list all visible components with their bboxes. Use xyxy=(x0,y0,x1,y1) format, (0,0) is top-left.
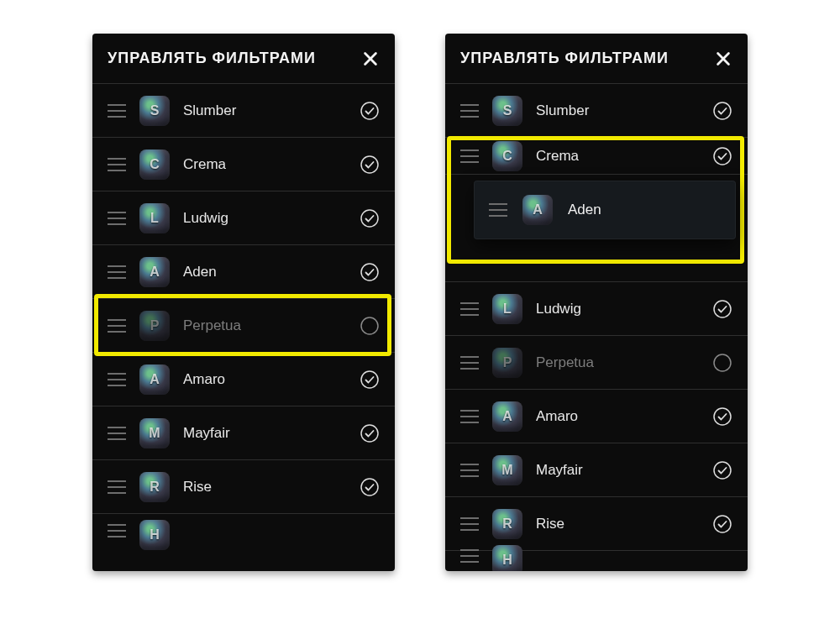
filter-label: Amaro xyxy=(183,371,360,388)
drag-handle-icon[interactable] xyxy=(460,549,479,563)
filter-thumb: R xyxy=(492,509,522,539)
list-item[interactable]: M Mayfair xyxy=(445,443,748,497)
filter-thumb: L xyxy=(492,294,522,324)
drag-handle-icon[interactable] xyxy=(108,104,126,118)
close-button[interactable] xyxy=(712,48,734,70)
list-item[interactable]: A Amaro xyxy=(92,353,395,406)
toggle-check[interactable] xyxy=(712,514,732,534)
close-icon xyxy=(714,50,732,68)
drag-handle-icon[interactable] xyxy=(460,149,479,163)
svg-point-4 xyxy=(361,317,378,334)
filter-thumb: P xyxy=(492,348,522,378)
filter-label: Crema xyxy=(183,156,360,173)
list-item[interactable]: P Perpetua xyxy=(445,336,748,390)
filter-label: Mayfair xyxy=(536,462,712,479)
filter-label: Mayfair xyxy=(183,425,360,442)
list-item[interactable]: M Mayfair xyxy=(92,406,395,460)
filter-label: Slumber xyxy=(536,102,712,119)
filter-thumb: C xyxy=(139,149,170,180)
list-item[interactable]: S Slumber xyxy=(92,84,395,138)
svg-point-11 xyxy=(714,354,731,371)
list-item[interactable]: L Ludwig xyxy=(92,191,395,245)
filter-label: Aden xyxy=(183,264,360,281)
drag-handle-icon[interactable] xyxy=(460,356,479,370)
header: УПРАВЛЯТЬ ФИЛЬТРАМИ xyxy=(445,34,748,84)
list-item[interactable]: A Amaro xyxy=(445,390,748,443)
drag-handle-icon[interactable] xyxy=(460,464,479,477)
filter-label: Ludwig xyxy=(536,301,712,317)
drag-handle-icon[interactable] xyxy=(489,203,507,217)
svg-point-9 xyxy=(714,148,731,165)
filter-thumb: A xyxy=(522,195,553,225)
svg-point-5 xyxy=(361,371,378,388)
toggle-check[interactable] xyxy=(712,101,732,121)
drag-handle-icon[interactable] xyxy=(108,480,126,494)
drag-handle-icon[interactable] xyxy=(108,373,126,386)
drag-handle-icon[interactable] xyxy=(460,302,479,316)
list-item[interactable]: C Crema xyxy=(92,138,395,191)
toggle-check[interactable] xyxy=(360,101,380,121)
filter-thumb: L xyxy=(139,203,170,233)
list-item[interactable]: S Slumber xyxy=(445,84,748,138)
drag-handle-icon[interactable] xyxy=(108,212,126,225)
filter-label: Amaro xyxy=(536,408,712,425)
filter-thumb: H xyxy=(492,545,522,571)
svg-point-6 xyxy=(361,425,378,442)
svg-point-13 xyxy=(714,462,731,479)
svg-point-0 xyxy=(361,102,378,119)
toggle-check[interactable] xyxy=(712,460,732,480)
toggle-check[interactable] xyxy=(712,406,732,427)
filter-thumb: A xyxy=(139,364,170,395)
svg-point-2 xyxy=(361,210,378,227)
drag-handle-icon[interactable] xyxy=(108,158,126,171)
toggle-check[interactable] xyxy=(360,477,380,497)
drag-handle-icon[interactable] xyxy=(460,410,479,423)
list-item[interactable]: C Crema xyxy=(445,138,748,175)
list-item[interactable]: A Aden xyxy=(92,245,395,299)
filter-label: Crema xyxy=(536,148,712,165)
drag-handle-icon[interactable] xyxy=(460,517,479,531)
toggle-check[interactable] xyxy=(360,208,380,228)
toggle-check[interactable] xyxy=(360,155,380,175)
drag-handle-icon[interactable] xyxy=(460,104,479,118)
header: УПРАВЛЯТЬ ФИЛЬТРАМИ xyxy=(92,34,395,84)
filter-thumb: A xyxy=(492,401,522,432)
filter-label: Aden xyxy=(568,202,721,218)
toggle-check[interactable] xyxy=(360,262,380,282)
svg-point-7 xyxy=(361,479,378,496)
dragging-item[interactable]: A Aden xyxy=(474,181,736,239)
filter-thumb: S xyxy=(139,96,170,126)
toggle-check[interactable] xyxy=(712,146,732,166)
filter-label: Perpetua xyxy=(536,354,712,371)
svg-point-12 xyxy=(714,408,731,425)
filter-list: S Slumber C Crema L Ludwig A Aden P Perp… xyxy=(92,84,395,571)
toggle-check[interactable] xyxy=(360,423,380,443)
list-item-cut: H xyxy=(92,514,395,539)
filter-label: Rise xyxy=(536,516,712,532)
filter-label: Slumber xyxy=(183,102,360,119)
close-icon xyxy=(361,50,380,68)
toggle-check[interactable] xyxy=(360,316,380,336)
svg-point-8 xyxy=(714,102,731,119)
toggle-check[interactable] xyxy=(712,299,732,319)
toggle-check[interactable] xyxy=(712,353,732,373)
filter-list: S Slumber C Crema L Ludwig P Perpetua xyxy=(445,84,748,571)
phone-left: УПРАВЛЯТЬ ФИЛЬТРАМИ S Slumber C Crema L … xyxy=(92,34,395,571)
filter-label: Rise xyxy=(183,479,360,496)
list-item[interactable]: R Rise xyxy=(92,460,395,514)
phone-right: УПРАВЛЯТЬ ФИЛЬТРАМИ S Slumber C Crema L … xyxy=(445,34,748,571)
drag-handle-icon[interactable] xyxy=(108,427,126,440)
toggle-check[interactable] xyxy=(360,370,380,390)
list-item[interactable]: L Ludwig xyxy=(445,282,748,336)
filter-thumb: C xyxy=(492,141,522,171)
svg-point-3 xyxy=(361,264,378,281)
list-item[interactable]: P Perpetua xyxy=(92,299,395,353)
drag-handle-icon[interactable] xyxy=(108,265,126,279)
list-item[interactable]: R Rise xyxy=(445,497,748,551)
drag-handle-icon[interactable] xyxy=(108,319,126,333)
page-title: УПРАВЛЯТЬ ФИЛЬТРАМИ xyxy=(108,50,316,67)
drag-handle-icon[interactable] xyxy=(108,524,126,537)
filter-label: Ludwig xyxy=(183,210,360,227)
filter-thumb: S xyxy=(492,96,522,126)
close-button[interactable] xyxy=(360,48,381,70)
